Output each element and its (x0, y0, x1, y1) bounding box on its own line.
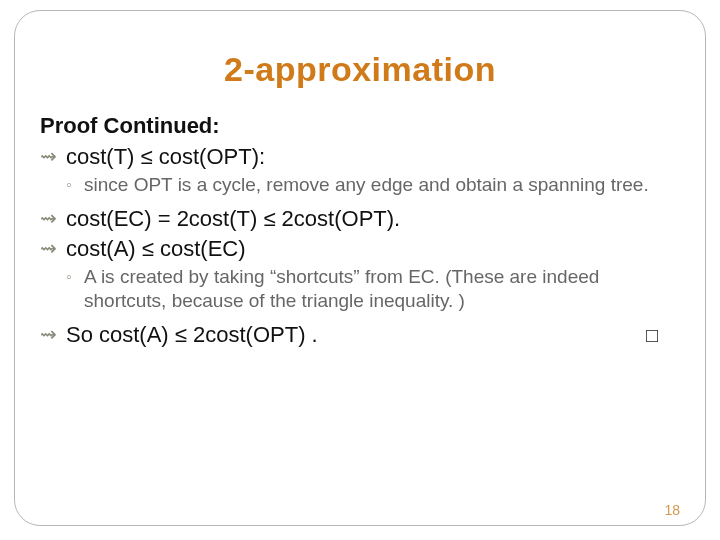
bullet-text: cost(A) ≤ cost(EC) (66, 235, 680, 263)
bullet-cost-ec: ⇝ cost(EC) = 2cost(T) ≤ 2cost(OPT). (40, 205, 680, 233)
subbullet-icon: ◦ (66, 265, 84, 289)
bullet-text: So cost(A) ≤ 2cost(OPT) . (66, 321, 646, 349)
bullet-conclusion: ⇝ So cost(A) ≤ 2cost(OPT) . (40, 321, 646, 349)
bullet-icon: ⇝ (40, 205, 66, 231)
slide: 2-approximation Proof Continued: ⇝ cost(… (0, 0, 720, 540)
subbullet-icon: ◦ (66, 173, 84, 197)
subbullet-text: A is created by taking “shortcuts” from … (84, 265, 680, 313)
subbullet-opt-cycle: ◦ since OPT is a cycle, remove any edge … (66, 173, 680, 197)
slide-title: 2-approximation (40, 50, 680, 89)
bullet-text: cost(EC) = 2cost(T) ≤ 2cost(OPT). (66, 205, 680, 233)
bullet-icon: ⇝ (40, 321, 66, 347)
conclusion-row: ⇝ So cost(A) ≤ 2cost(OPT) . □ (40, 321, 680, 349)
subbullet-text: since OPT is a cycle, remove any edge an… (84, 173, 680, 197)
bullet-icon: ⇝ (40, 143, 66, 169)
subbullet-shortcuts: ◦ A is created by taking “shortcuts” fro… (66, 265, 680, 313)
bullet-icon: ⇝ (40, 235, 66, 261)
proof-heading: Proof Continued: (40, 113, 680, 139)
bullet-cost-t: ⇝ cost(T) ≤ cost(OPT): (40, 143, 680, 171)
page-number: 18 (664, 502, 680, 518)
slide-content: 2-approximation Proof Continued: ⇝ cost(… (40, 42, 680, 349)
qed-box: □ (646, 324, 658, 347)
bullet-cost-a: ⇝ cost(A) ≤ cost(EC) (40, 235, 680, 263)
bullet-text: cost(T) ≤ cost(OPT): (66, 143, 680, 171)
